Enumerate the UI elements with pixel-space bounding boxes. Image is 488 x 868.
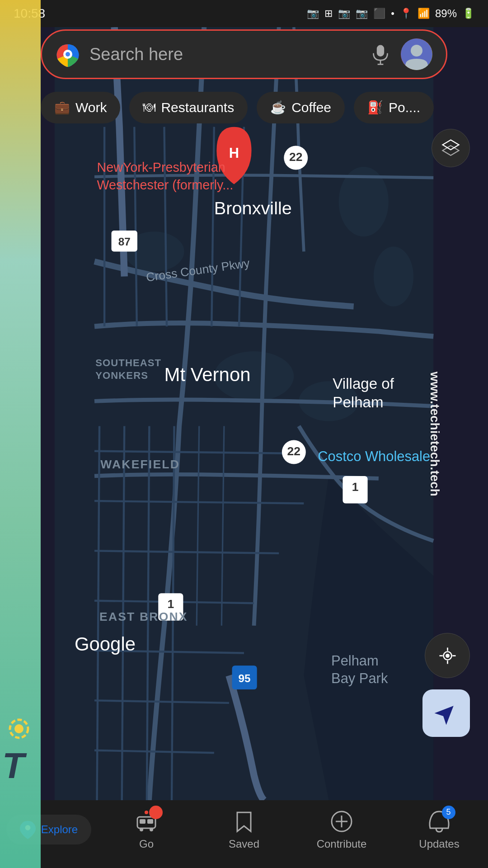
contribute-icon [329, 809, 354, 834]
chip-restaurants-label: Restaurants [161, 100, 234, 115]
search-input[interactable]: Search here [89, 45, 360, 64]
svg-point-5 [374, 246, 413, 306]
search-bar[interactable]: Search here [41, 29, 447, 79]
qr-icon: ⬛ [373, 8, 385, 19]
go-label: Go [139, 838, 154, 850]
svg-point-42 [411, 45, 422, 57]
svg-rect-53 [140, 819, 145, 824]
instagram-icon: 📷 [338, 8, 350, 19]
go-icon [134, 809, 159, 834]
svg-text:22: 22 [287, 444, 300, 458]
status-icons: 📷 ⊞ 📷 📷 ⬛ • 📍 📶 89% 🔋 [307, 7, 474, 20]
chip-restaurants[interactable]: 🍽 Restaurants [129, 92, 248, 123]
svg-text:WAKEFIELD: WAKEFIELD [100, 458, 180, 471]
svg-text:Pelham: Pelham [333, 394, 383, 410]
svg-text:EAST BRONX: EAST BRONX [99, 610, 188, 623]
my-location-button[interactable] [425, 633, 470, 678]
svg-text:Mt Vernon: Mt Vernon [164, 364, 250, 385]
google-maps-logo [56, 42, 80, 67]
layer-toggle-button[interactable] [432, 129, 470, 167]
svg-rect-54 [147, 819, 153, 824]
status-bar: 10:58 📷 ⊞ 📷 📷 ⬛ • 📍 📶 89% 🔋 [0, 0, 488, 27]
svg-text:95: 95 [239, 672, 251, 684]
svg-text:87: 87 [118, 236, 131, 248]
svg-text:Bronxville: Bronxville [214, 198, 292, 218]
coffee-icon: ☕ [270, 100, 286, 115]
map-container[interactable]: 22 87 22 1 1 95 H NewYork-Presbyterian W… [0, 27, 488, 800]
location-status-icon: 📍 [400, 8, 412, 19]
svg-marker-44 [443, 146, 459, 156]
saved-icon [232, 809, 257, 834]
svg-marker-43 [443, 140, 459, 150]
wifi-icon: 📶 [418, 8, 430, 19]
svg-point-57 [145, 811, 148, 814]
svg-text:Village of: Village of [333, 375, 394, 392]
camera-icon: 📷 [307, 8, 319, 19]
svg-rect-38 [377, 45, 384, 57]
nav-item-saved[interactable]: Saved [195, 809, 293, 850]
nav-item-go[interactable]: Go [98, 809, 195, 850]
side-decoration-left: T [0, 0, 41, 868]
battery-icon: 🔋 [462, 8, 474, 19]
svg-text:NewYork-Presbyterian: NewYork-Presbyterian [97, 160, 225, 175]
add-circle-icon [330, 810, 353, 833]
svg-text:1: 1 [167, 597, 174, 611]
work-icon: 💼 [54, 100, 70, 115]
svg-text:SOUTHEAST: SOUTHEAST [95, 357, 161, 368]
sun-icon [2, 712, 36, 746]
chip-petrol-label: Po.... [389, 100, 420, 115]
svg-point-55 [140, 828, 143, 831]
chip-work[interactable]: 💼 Work [41, 92, 120, 123]
layers-icon [441, 138, 461, 158]
bookmark-icon [235, 810, 253, 833]
chip-petrol[interactable]: ⛽ Po.... [354, 92, 434, 123]
svg-text:Pelham: Pelham [331, 653, 379, 669]
svg-point-56 [150, 828, 153, 831]
svg-text:22: 22 [289, 150, 302, 164]
svg-text:Costco Wholesale: Costco Wholesale [318, 448, 430, 464]
saved-label: Saved [229, 838, 259, 850]
camera2-icon: 📷 [356, 8, 368, 19]
svg-text:1: 1 [352, 480, 359, 494]
bottom-navigation: Explore Go Saved [0, 800, 488, 868]
svg-point-50 [446, 654, 450, 658]
chip-coffee-label: Coffee [291, 100, 331, 115]
svg-point-37 [66, 52, 70, 57]
user-avatar[interactable] [401, 38, 432, 70]
updates-icon: 5 [427, 809, 452, 834]
start-navigation-button[interactable] [422, 689, 470, 737]
updates-badge: 5 [442, 806, 455, 819]
svg-text:H: H [229, 145, 239, 161]
explore-label: Explore [41, 823, 78, 836]
updates-label: Updates [419, 838, 459, 850]
svg-text:Bay Park: Bay Park [331, 670, 388, 686]
svg-text:Westchester (formerly...: Westchester (formerly... [97, 178, 234, 192]
go-badge [149, 806, 163, 819]
chip-coffee[interactable]: ☕ Coffee [257, 92, 345, 123]
watermark: www.techietech.tech [427, 372, 442, 496]
chips-row: 💼 Work 🍽 Restaurants ☕ Coffee ⛽ Po.... [41, 88, 488, 127]
my-location-icon [437, 646, 458, 666]
grid-icon: ⊞ [324, 8, 333, 19]
navigation-arrow-icon [434, 701, 459, 726]
svg-text:YONKERS: YONKERS [95, 370, 148, 381]
battery-indicator: 89% [435, 7, 457, 20]
svg-point-1 [14, 724, 23, 733]
nav-item-updates[interactable]: 5 Updates [390, 809, 488, 850]
microphone-icon[interactable] [369, 43, 392, 66]
dot-indicator: • [391, 8, 394, 19]
restaurants-icon: 🍽 [143, 100, 155, 115]
t-logo: T [2, 745, 24, 787]
nav-item-contribute[interactable]: Contribute [293, 809, 390, 850]
contribute-label: Contribute [317, 838, 367, 850]
chip-work-label: Work [75, 100, 107, 115]
petrol-icon: ⛽ [367, 100, 383, 115]
map-svg: 22 87 22 1 1 95 H NewYork-Presbyterian W… [0, 27, 488, 800]
svg-text:Google: Google [75, 633, 136, 655]
